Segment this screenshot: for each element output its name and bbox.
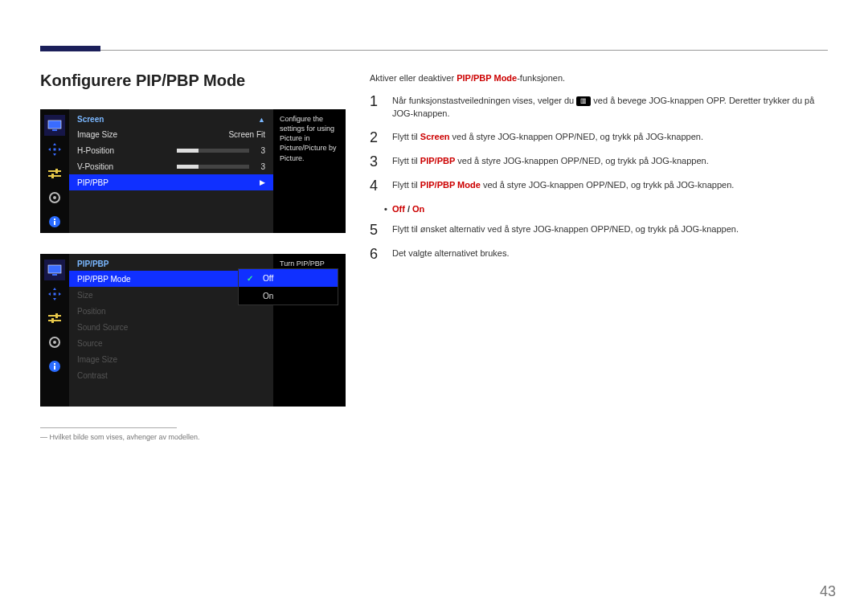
bullet-slash: / xyxy=(405,204,412,214)
svg-rect-9 xyxy=(55,169,58,174)
step-text: Flytt til PIP/PBP ved å styre JOG-knappe… xyxy=(392,154,828,168)
popup-option-off[interactable]: ✓ Off xyxy=(239,269,338,287)
osd-row-label: Contrast xyxy=(77,371,108,380)
svg-point-28 xyxy=(53,341,56,344)
osd-row-label: H-Position xyxy=(77,146,114,155)
svg-rect-23 xyxy=(48,315,61,317)
step-number: 6 xyxy=(370,247,381,261)
step-text: Flytt til Screen ved å styre JOG-knappen… xyxy=(392,130,828,144)
osd-row-pip-pbp[interactable]: PIP/PBP ▶ xyxy=(69,174,273,190)
move-icon[interactable] xyxy=(44,139,65,160)
svg-rect-10 xyxy=(51,174,54,178)
osd-row-contrast: Contrast xyxy=(69,367,273,383)
osd-row-label: Image Size xyxy=(77,130,117,139)
svg-marker-2 xyxy=(53,143,56,145)
bullet-off: Off xyxy=(392,204,405,214)
intro-text-post: -funksjonen. xyxy=(517,73,565,83)
step1-pre: Når funksjonstastveiledningen vises, vel… xyxy=(392,96,576,105)
osd-row-source: Source xyxy=(69,335,273,351)
step3-hl: PIP/PBP xyxy=(420,156,455,166)
svg-marker-20 xyxy=(48,292,51,296)
gear-icon[interactable] xyxy=(44,187,65,208)
step-6: 6 Det valgte alternativet brukes. xyxy=(370,247,828,261)
page-number: 43 xyxy=(820,583,836,600)
svg-rect-0 xyxy=(48,121,61,129)
step-number: 2 xyxy=(370,130,381,145)
osd-row-label: Sound Source xyxy=(77,323,128,332)
svg-marker-4 xyxy=(48,148,51,151)
osd-row-sound-source: Sound Source xyxy=(69,319,273,335)
svg-rect-8 xyxy=(48,175,61,177)
step-text: Det valgte alternativet brukes. xyxy=(392,247,828,260)
osd-header-label: Screen xyxy=(77,115,104,124)
osd-sidebar xyxy=(40,254,69,407)
step-text: Flytt til ønsket alternativ ved å styre … xyxy=(392,223,828,236)
svg-marker-3 xyxy=(53,153,56,156)
svg-marker-18 xyxy=(53,288,56,290)
submenu-arrow-icon: ▶ xyxy=(260,178,265,186)
svg-rect-6 xyxy=(54,149,56,151)
step3-post: ved å styre JOG-knappen OPP/NED, og tryk… xyxy=(455,156,708,166)
svg-rect-16 xyxy=(48,265,61,273)
svg-rect-30 xyxy=(54,366,55,370)
svg-rect-14 xyxy=(54,221,55,225)
scroll-up-icon[interactable]: ▲ xyxy=(258,116,265,124)
svg-rect-7 xyxy=(48,170,61,172)
step-text: Når funksjonstastveiledningen vises, vel… xyxy=(392,94,828,121)
slider-v[interactable] xyxy=(177,165,249,169)
popup-option-label: On xyxy=(263,292,273,300)
svg-marker-19 xyxy=(53,298,56,300)
gear-icon[interactable] xyxy=(44,332,65,353)
svg-rect-31 xyxy=(54,363,55,365)
osd-pip-panel: PIP/PBP PIP/PBP Mode Size Position Sound… xyxy=(40,254,346,407)
step-number: 1 xyxy=(370,94,381,108)
monitor-icon[interactable] xyxy=(44,115,65,136)
slider-h[interactable] xyxy=(177,149,249,153)
svg-rect-22 xyxy=(54,293,56,296)
svg-marker-21 xyxy=(59,292,61,296)
bullet-on: On xyxy=(412,204,424,214)
osd-row-label: PIP/PBP xyxy=(77,178,108,187)
osd-desc: Configure the settings for using Picture… xyxy=(273,109,346,233)
popup-option-label: Off xyxy=(263,274,273,283)
svg-rect-1 xyxy=(52,129,57,131)
svg-rect-24 xyxy=(48,320,61,321)
intro-text: Aktiver eller deaktiver xyxy=(370,73,457,83)
header-rule xyxy=(40,32,828,51)
slider-icon[interactable] xyxy=(44,308,65,329)
info-icon[interactable] xyxy=(44,356,65,377)
osd-sidebar xyxy=(40,109,69,233)
step-text: Flytt til PIP/PBP Mode ved å styre JOG-k… xyxy=(392,178,828,192)
osd-menu-list: PIP/PBP PIP/PBP Mode Size Position Sound… xyxy=(69,254,273,407)
osd-section-header: Screen ▲ xyxy=(69,112,273,126)
monitor-icon[interactable] xyxy=(44,260,65,280)
step2-pre: Flytt til xyxy=(392,132,420,141)
option-popup: ✓ Off On xyxy=(238,268,338,305)
page-title: Konfigurere PIP/PBP Mode xyxy=(40,72,346,90)
osd-header-label: PIP/PBP xyxy=(77,260,108,268)
svg-marker-5 xyxy=(59,148,61,151)
osd-row-value: 3 xyxy=(260,146,265,155)
footnote-rule xyxy=(40,427,177,428)
step-number: 5 xyxy=(370,223,381,237)
osd-screen-panel: Screen ▲ Image Size Screen Fit H-Positio… xyxy=(40,109,346,233)
osd-row-label: Image Size xyxy=(77,355,117,364)
osd-row-image-size[interactable]: Image Size Screen Fit xyxy=(69,126,273,142)
slider-icon[interactable] xyxy=(44,163,65,184)
svg-rect-17 xyxy=(52,274,57,276)
move-icon[interactable] xyxy=(44,284,65,304)
popup-option-on[interactable]: On xyxy=(239,287,338,304)
osd-row-label: V-Position xyxy=(77,162,113,171)
step4-pre: Flytt til xyxy=(392,180,420,190)
step-5: 5 Flytt til ønsket alternativ ved å styr… xyxy=(370,223,828,237)
step-4: 4 Flytt til PIP/PBP Mode ved å styre JOG… xyxy=(370,178,828,193)
step-3: 3 Flytt til PIP/PBP ved å styre JOG-knap… xyxy=(370,154,828,169)
step2-post: ved å styre JOG-knappen OPP/NED, og tryk… xyxy=(450,132,703,141)
step4-post: ved å styre JOG-knappen OPP/NED, og tryk… xyxy=(481,180,734,190)
osd-row-label: Size xyxy=(77,291,92,300)
option-bullet: • Off / On xyxy=(384,202,828,217)
osd-row-v-position[interactable]: V-Position 3 xyxy=(69,158,273,174)
svg-rect-26 xyxy=(51,318,54,323)
osd-row-h-position[interactable]: H-Position 3 xyxy=(69,142,273,158)
info-icon[interactable] xyxy=(44,211,65,232)
